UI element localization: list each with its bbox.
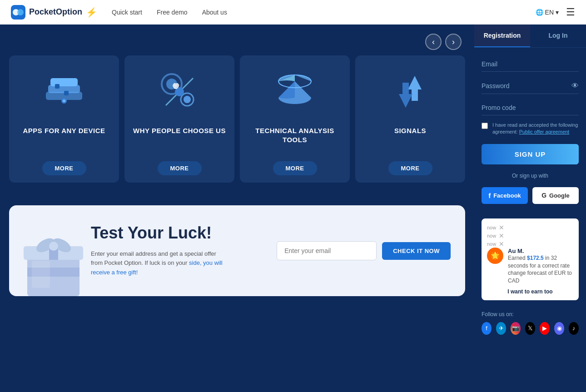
card-more-btn-signals[interactable]: MORE bbox=[388, 161, 432, 175]
agreement-row: I have read and accepted the following a… bbox=[482, 122, 579, 138]
card-icon-signals bbox=[383, 65, 437, 119]
svg-point-9 bbox=[63, 99, 65, 102]
nav-link-quickstart[interactable]: Quick start bbox=[112, 9, 142, 16]
agreement-link[interactable]: Public offer agreement bbox=[519, 129, 569, 134]
main-container: ‹ › bbox=[0, 25, 586, 392]
tab-registration[interactable]: Registration bbox=[474, 25, 530, 47]
card-apps: APPS FOR ANY DEVICE MORE bbox=[9, 55, 119, 183]
password-field-container: 👁 bbox=[482, 78, 579, 94]
cards-section: ‹ › bbox=[0, 25, 474, 196]
notif-time-1: now ✕ bbox=[487, 224, 573, 231]
luck-title: Test Your Luck! bbox=[91, 224, 255, 242]
card-icon-tools bbox=[268, 65, 322, 119]
card-icon-people bbox=[152, 65, 207, 119]
twitter-x-social-icon[interactable]: 𝕏 bbox=[525, 322, 535, 335]
bolt-icon: ⚡ bbox=[86, 7, 97, 18]
show-password-icon[interactable]: 👁 bbox=[571, 82, 579, 90]
svg-rect-5 bbox=[50, 78, 78, 86]
password-input[interactable] bbox=[482, 82, 571, 89]
notif-time-2: now ✕ bbox=[487, 232, 573, 239]
notif-close-1[interactable]: ✕ bbox=[499, 224, 504, 231]
notification-widget: now ✕ now ✕ now ✕ 🌟 Au M. bbox=[482, 218, 579, 300]
luck-input-area: CHECK IT NOW bbox=[277, 241, 451, 260]
tiktok-social-icon[interactable]: ♪ bbox=[569, 322, 579, 335]
telegram-social-icon[interactable]: ✈ bbox=[496, 322, 506, 335]
nav-link-freedemo[interactable]: Free demo bbox=[157, 9, 188, 16]
notif-cta[interactable]: I want to earn too bbox=[487, 288, 573, 295]
social-signin-buttons: f Facebook G Google bbox=[482, 187, 579, 204]
hamburger-menu[interactable]: ☰ bbox=[566, 6, 575, 18]
social-icons-row: f ✈ 📷 𝕏 ▶ ◉ ♪ bbox=[482, 322, 579, 335]
svg-point-2 bbox=[17, 9, 24, 15]
logo-text: PocketOption bbox=[29, 7, 82, 17]
or-signup-text: Or sign up with bbox=[482, 173, 579, 179]
luck-check-button[interactable]: CHECK IT NOW bbox=[382, 242, 451, 260]
navbar-left: PocketOption ⚡ Quick start Free demo Abo… bbox=[11, 5, 227, 20]
highlight-luck: side, you will receive a free gift! bbox=[91, 259, 223, 276]
left-content: ‹ › bbox=[0, 25, 474, 392]
notif-close-2[interactable]: ✕ bbox=[499, 232, 504, 239]
card-title-apps: APPS FOR ANY DEVICE bbox=[23, 126, 105, 135]
svg-point-27 bbox=[49, 242, 58, 251]
luck-text-block: Test Your Luck! Enter your email address… bbox=[91, 224, 255, 278]
svg-rect-28 bbox=[32, 261, 50, 288]
google-icon: G bbox=[541, 192, 546, 199]
notif-avatar: 🌟 bbox=[487, 248, 503, 264]
notif-amount: $172.5 bbox=[527, 255, 544, 261]
right-sidebar: Registration Log In 👁 I have read and ac… bbox=[474, 25, 586, 392]
luck-email-input[interactable] bbox=[277, 241, 377, 260]
facebook-signin-button[interactable]: f Facebook bbox=[482, 187, 528, 204]
luck-section: Test Your Luck! Enter your email address… bbox=[9, 205, 465, 296]
notif-time-3: now ✕ bbox=[487, 240, 573, 248]
lang-label: EN bbox=[545, 9, 554, 16]
carousel-prev-button[interactable]: ‹ bbox=[425, 34, 442, 50]
card-tools: TECHNICAL ANALYSIS TOOLS MORE bbox=[240, 55, 350, 183]
card-more-btn-people[interactable]: MORE bbox=[158, 161, 202, 175]
carousel-controls: ‹ › bbox=[9, 34, 465, 50]
card-icon-apps bbox=[37, 65, 91, 119]
notif-user-name: Au M. bbox=[508, 248, 573, 254]
promo-field-container bbox=[482, 100, 579, 115]
agreement-checkbox[interactable] bbox=[482, 123, 488, 129]
agreement-text: I have read and accepted the following a… bbox=[492, 122, 579, 136]
cards-grid: APPS FOR ANY DEVICE MORE bbox=[9, 55, 465, 183]
tab-login[interactable]: Log In bbox=[530, 25, 586, 47]
instagram-social-icon[interactable]: 📷 bbox=[511, 322, 521, 335]
card-people: WHY PEOPLE CHOOSE US MORE bbox=[124, 55, 234, 183]
promo-input[interactable] bbox=[482, 104, 579, 111]
luck-desc: Enter your email address and get a speci… bbox=[91, 249, 227, 278]
card-more-btn-tools[interactable]: MORE bbox=[273, 161, 317, 175]
card-title-people: WHY PEOPLE CHOOSE US bbox=[133, 126, 226, 135]
card-signals: SIGNALS MORE bbox=[355, 55, 465, 183]
card-more-btn-apps[interactable]: MORE bbox=[42, 161, 86, 175]
notif-avatar-icon: 🌟 bbox=[491, 251, 500, 260]
svg-rect-6 bbox=[55, 84, 60, 89]
facebook-social-icon[interactable]: f bbox=[482, 322, 492, 335]
email-field-container bbox=[482, 57, 579, 72]
facebook-icon: f bbox=[488, 192, 491, 199]
gift-illustration bbox=[18, 219, 89, 296]
luck-input-row: CHECK IT NOW bbox=[277, 241, 451, 260]
carousel-next-button[interactable]: › bbox=[445, 34, 462, 50]
nav-link-about[interactable]: About us bbox=[202, 9, 227, 16]
chevron-down-icon: ▾ bbox=[556, 9, 559, 16]
follow-title: Follow us on: bbox=[482, 311, 579, 318]
notif-body: Au M. Earned $172.5 in 32 seconds for a … bbox=[508, 248, 573, 285]
discord-social-icon[interactable]: ◉ bbox=[554, 322, 564, 335]
notif-close-3[interactable]: ✕ bbox=[499, 240, 504, 248]
logo[interactable]: PocketOption ⚡ bbox=[11, 5, 97, 20]
navbar: PocketOption ⚡ Quick start Free demo Abo… bbox=[0, 0, 586, 25]
nav-links: Quick start Free demo About us bbox=[112, 9, 227, 16]
svg-rect-7 bbox=[64, 91, 69, 95]
notif-times: now ✕ now ✕ now ✕ bbox=[487, 224, 573, 248]
email-input[interactable] bbox=[482, 60, 579, 68]
card-title-tools: TECHNICAL ANALYSIS TOOLS bbox=[247, 126, 343, 144]
notif-content: 🌟 Au M. Earned $172.5 in 32 seconds for … bbox=[487, 248, 573, 285]
follow-section: Follow us on: f ✈ 📷 𝕏 ▶ ◉ ♪ bbox=[474, 306, 586, 340]
google-signin-button[interactable]: G Google bbox=[532, 187, 579, 204]
language-selector[interactable]: 🌐 EN ▾ bbox=[536, 9, 559, 16]
flag-icon: 🌐 bbox=[536, 9, 543, 16]
navbar-right: 🌐 EN ▾ ☰ bbox=[536, 6, 575, 18]
signup-button[interactable]: SIGN UP bbox=[482, 144, 579, 164]
youtube-social-icon[interactable]: ▶ bbox=[540, 322, 550, 335]
